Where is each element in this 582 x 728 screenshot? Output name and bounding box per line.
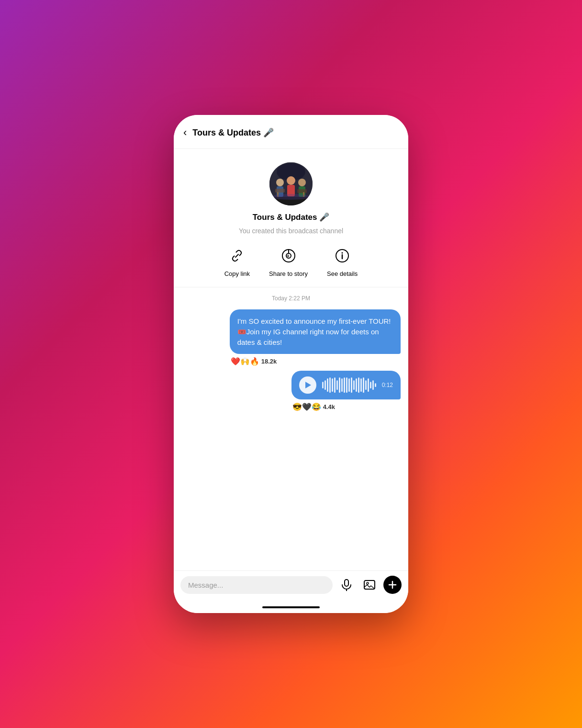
messages-area: Today 2:22 PM I'm SO excited to announce… [174,287,408,570]
svg-point-7 [298,179,306,186]
channel-avatar [269,162,313,205]
audio-waveform [322,377,376,393]
audio-message-bubble: 0:12 😎🖤😂 4.4k [291,371,401,411]
svg-rect-22 [345,580,348,586]
svg-marker-21 [305,382,311,388]
channel-name: Tours & Updates 🎤 [253,212,329,222]
channel-info-section: Tours & Updates 🎤 You created this broad… [174,149,408,287]
svg-point-2 [276,179,284,186]
svg-rect-9 [297,189,307,193]
action-buttons-row: Copy link + Share to story [224,245,358,277]
text-reaction-count: 18.2k [261,358,277,365]
channel-subtitle: You created this broadcast channel [239,227,343,235]
image-picker-button[interactable] [360,576,379,594]
microphone-button[interactable] [337,576,356,594]
text-message-bubble: I'm SO excited to announce my first-ever… [230,309,401,366]
copy-link-button[interactable]: Copy link [224,245,250,277]
message-input-placeholder[interactable]: Message... [188,581,325,589]
text-reaction-emojis: ❤️🙌🔥 [231,357,259,366]
svg-point-13 [272,194,310,200]
header-title: Tours & Updates 🎤 [192,127,274,138]
svg-rect-4 [275,189,285,193]
home-bar [262,606,320,608]
audio-message-reactions[interactable]: 😎🖤😂 4.4k [291,402,401,411]
info-icon [332,245,353,266]
home-indicator [174,602,408,613]
svg-text:+: + [287,253,290,259]
svg-point-20 [342,252,343,254]
svg-point-25 [367,582,369,584]
text-message-reactions[interactable]: ❤️🙌🔥 18.2k [230,357,401,366]
more-options-button[interactable] [383,576,402,594]
see-details-label: See details [327,270,358,277]
audio-reaction-emojis: 😎🖤😂 [292,402,321,411]
share-to-story-button[interactable]: + Share to story [269,245,308,277]
see-details-button[interactable]: See details [327,245,358,277]
message-timestamp: Today 2:22 PM [181,295,401,302]
audio-reaction-count: 4.4k [323,403,335,410]
message-text: I'm SO excited to announce my first-ever… [230,309,401,354]
share-story-icon: + [278,245,299,266]
message-input-bar: Message... [174,570,408,602]
copy-link-label: Copy link [224,270,250,277]
chat-header: ‹ Tours & Updates 🎤 [174,115,408,149]
audio-duration: 0:12 [382,382,393,388]
audio-inner: 0:12 [291,371,401,399]
message-input-wrapper[interactable]: Message... [180,576,333,594]
svg-point-5 [287,176,295,185]
share-story-label: Share to story [269,270,308,277]
link-icon [226,245,247,266]
back-button[interactable]: ‹ [181,125,190,141]
play-button[interactable] [299,376,316,394]
phone-frame: ‹ Tours & Updates 🎤 [174,115,408,613]
